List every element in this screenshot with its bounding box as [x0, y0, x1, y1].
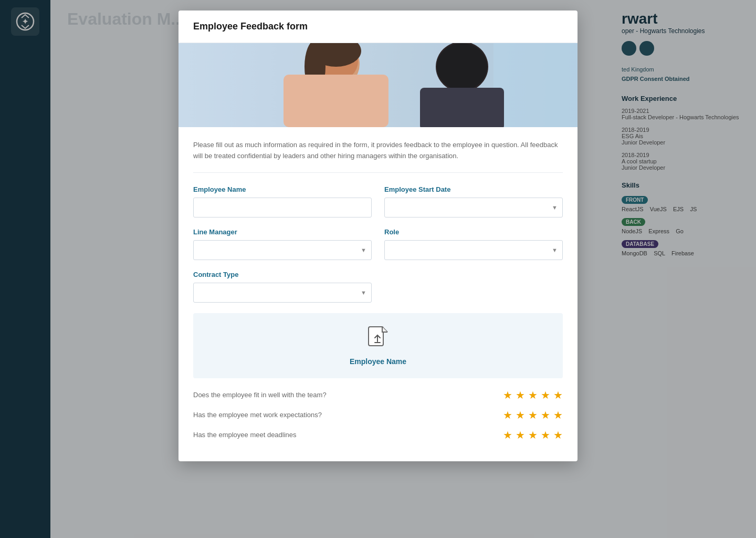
- stars-2[interactable]: ★ ★ ★ ★ ★: [503, 409, 563, 421]
- form-group-contract-type: Contract Type ▼: [193, 271, 372, 303]
- star-3-5[interactable]: ★: [553, 429, 563, 441]
- employee-start-date-label: Employee Start Date: [384, 185, 563, 193]
- star-3-1[interactable]: ★: [503, 429, 512, 441]
- role-wrapper: ▼: [384, 240, 563, 260]
- star-3-2[interactable]: ★: [516, 429, 525, 441]
- role-label: Role: [384, 228, 563, 236]
- star-2-5[interactable]: ★: [553, 409, 563, 421]
- rating-question-2: Has the employee met work expectations?: [193, 411, 322, 419]
- form-group-employee-name: Employee Name: [193, 185, 372, 218]
- line-manager-select[interactable]: [193, 240, 372, 260]
- star-3-3[interactable]: ★: [528, 429, 538, 441]
- star-2-1[interactable]: ★: [503, 409, 512, 421]
- star-1-1[interactable]: ★: [503, 389, 512, 401]
- rating-question-3: Has the employee meet deadlines: [193, 431, 297, 439]
- form-group-start-date: Employee Start Date ▼: [384, 185, 563, 218]
- star-1-2[interactable]: ★: [516, 389, 525, 401]
- form-group-role: Role ▼: [384, 228, 563, 260]
- contract-type-wrapper: ▼: [193, 283, 372, 303]
- form-group-line-manager: Line Manager ▼: [193, 228, 372, 260]
- employee-start-date-wrapper: ▼: [384, 198, 563, 218]
- star-2-2[interactable]: ★: [516, 409, 525, 421]
- contract-type-select[interactable]: [193, 283, 372, 303]
- form-description: Please fill out as much information as r…: [193, 140, 563, 173]
- modal: Employee Feedback form: [178, 11, 578, 461]
- employee-name-label: Employee Name: [193, 185, 372, 193]
- contract-type-label: Contract Type: [193, 271, 372, 278]
- star-1-5[interactable]: ★: [553, 389, 563, 401]
- modal-title: Employee Feedback form: [193, 21, 563, 32]
- modal-header: Employee Feedback form: [178, 11, 578, 43]
- upload-icon: [368, 326, 388, 353]
- star-2-4[interactable]: ★: [541, 409, 550, 421]
- modal-hero: [178, 43, 578, 127]
- rating-row-3: Has the employee meet deadlines ★ ★ ★ ★ …: [193, 429, 563, 441]
- form-row-2: Line Manager ▼ Role ▼: [193, 228, 563, 260]
- star-3-4[interactable]: ★: [541, 429, 550, 441]
- form-row-3: Contract Type ▼: [193, 271, 563, 303]
- ratings-section: Does the employee fit in well with the t…: [193, 389, 563, 441]
- line-manager-wrapper: ▼: [193, 240, 372, 260]
- modal-body: Please fill out as much information as r…: [178, 127, 578, 461]
- stars-3[interactable]: ★ ★ ★ ★ ★: [503, 429, 563, 441]
- rating-question-1: Does the employee fit in well with the t…: [193, 391, 327, 399]
- role-select[interactable]: [384, 240, 563, 260]
- rating-row-2: Has the employee met work expectations? …: [193, 409, 563, 421]
- star-1-4[interactable]: ★: [541, 389, 550, 401]
- upload-area[interactable]: Employee Name: [193, 313, 563, 378]
- upload-label: Employee Name: [350, 357, 406, 366]
- rating-row-1: Does the employee fit in well with the t…: [193, 389, 563, 401]
- employee-name-input[interactable]: [193, 198, 372, 218]
- stars-1[interactable]: ★ ★ ★ ★ ★: [503, 389, 563, 401]
- star-2-3[interactable]: ★: [528, 409, 538, 421]
- employee-start-date-select[interactable]: [384, 198, 563, 218]
- star-1-3[interactable]: ★: [528, 389, 538, 401]
- modal-overlay: Employee Feedback form: [0, 0, 756, 538]
- modal-hero-visual: [178, 43, 578, 127]
- svg-rect-14: [178, 43, 578, 127]
- line-manager-label: Line Manager: [193, 228, 372, 236]
- form-row-1: Employee Name Employee Start Date ▼: [193, 185, 563, 218]
